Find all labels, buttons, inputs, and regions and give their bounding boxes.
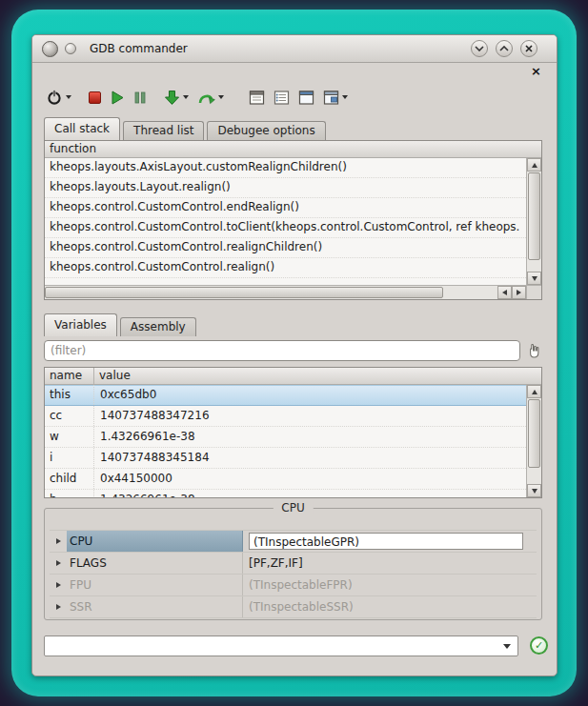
variable-name: this (45, 385, 94, 405)
notes-window-button[interactable] (249, 90, 265, 106)
scroll-handle[interactable] (528, 399, 540, 468)
scroll-handle[interactable] (45, 287, 443, 298)
list-window-button[interactable] (274, 90, 290, 106)
cpu-row[interactable]: SSR (TInspectableSSR) (50, 596, 537, 618)
filter-input[interactable] (44, 340, 520, 361)
variable-name: child (45, 469, 94, 489)
messages-dropdown-icon[interactable] (342, 95, 348, 99)
run-button[interactable] (110, 90, 125, 106)
variable-row-selected[interactable]: this 0xc65db0 (45, 385, 526, 406)
cpu-row-value: (TInspectableSSR) (243, 596, 537, 617)
scroll-up-button[interactable] (527, 158, 541, 171)
send-command-button[interactable]: ✓ (530, 636, 548, 655)
cpu-row-value: (TInspectableGPR) (243, 531, 537, 552)
cpu-row[interactable]: FLAGS [PF,ZF,IF] (50, 553, 537, 575)
step-into-icon (164, 90, 180, 106)
cpu-inspector: CPU (TInspectableGPR) FLAGS [PF,ZF,IF] F… (50, 530, 537, 618)
expander-icon[interactable] (50, 553, 67, 574)
dock-header: × (32, 63, 557, 80)
expander-icon[interactable] (50, 531, 67, 552)
window-add-icon (323, 90, 339, 106)
step-into-button[interactable] (164, 90, 180, 106)
expander-icon[interactable] (50, 575, 67, 595)
callstack-panel: function kheops.layouts.AxisLayout.custo… (44, 140, 542, 300)
maximize-button[interactable] (496, 40, 513, 57)
titlebar[interactable]: GDB commander (32, 35, 557, 63)
callstack-horizontal-scrollbar[interactable] (45, 285, 526, 299)
pause-icon (133, 91, 147, 105)
tab-variables[interactable]: Variables (44, 313, 117, 336)
variable-value: 140737488345184 (94, 448, 526, 468)
cpu-row-name: SSR (67, 596, 243, 617)
tab-thread-list[interactable]: Thread list (123, 121, 204, 140)
variables-filter-row (44, 340, 542, 362)
dock-close-icon[interactable]: × (531, 64, 541, 79)
arrow-down-icon (532, 489, 537, 494)
callstack-row[interactable]: kheops.control.CustomControl.endRealign(… (45, 198, 526, 218)
command-combobox[interactable] (44, 635, 518, 656)
tab-call-stack[interactable]: Call stack (44, 117, 120, 140)
tab-assembly[interactable]: Assembly (120, 317, 196, 336)
cpu-groupbox-title: CPU (273, 501, 313, 514)
minimize-button[interactable] (471, 40, 488, 57)
window-icon (298, 90, 314, 106)
callstack-vertical-scrollbar[interactable] (526, 158, 541, 285)
scroll-up-button[interactable] (527, 385, 541, 398)
messages-window-button[interactable] (323, 90, 339, 106)
cpu-value-editor[interactable]: (TInspectableGPR) (249, 533, 523, 550)
close-button[interactable] (520, 40, 537, 57)
window-menu-icon[interactable] (65, 43, 76, 54)
step-over-button[interactable] (197, 90, 215, 106)
scrollbar-corner (526, 285, 541, 299)
power-icon (46, 89, 63, 106)
step-over-dropdown-icon[interactable] (218, 95, 224, 99)
arrow-down-icon (532, 276, 537, 281)
callstack-row[interactable]: kheops.layouts.AxisLayout.customRealignC… (45, 158, 526, 178)
scroll-down-button[interactable] (527, 272, 541, 285)
tab-debugee-options[interactable]: Debugee options (207, 121, 325, 140)
variable-value: 0x44150000 (94, 469, 526, 489)
pause-button[interactable] (133, 91, 147, 105)
variable-row[interactable]: i 140737488345184 (45, 448, 526, 469)
arrow-right-icon (517, 290, 521, 295)
callstack-column-header[interactable]: function (45, 141, 541, 158)
cpu-row-name: FPU (67, 575, 243, 595)
stop-button[interactable] (89, 91, 101, 104)
filter-hand-icon[interactable] (525, 342, 542, 359)
variable-value: 140737488347216 (94, 406, 526, 426)
combo-dropdown-icon[interactable] (503, 644, 511, 649)
variable-row[interactable]: child 0x44150000 (45, 469, 526, 490)
step-into-dropdown-icon[interactable] (183, 95, 189, 99)
scroll-right-button[interactable] (512, 286, 526, 299)
scroll-left-button[interactable] (497, 286, 512, 299)
variables-panel: name value this 0xc65db0 cc 140737488347… (44, 367, 542, 498)
callstack-list: kheops.layouts.AxisLayout.customRealignC… (45, 158, 526, 285)
cpu-row-name: FLAGS (67, 553, 243, 574)
cpu-row-name: CPU (67, 531, 243, 552)
column-header-value[interactable]: value (94, 368, 541, 384)
debug-windows-button[interactable] (298, 90, 314, 106)
scroll-down-button[interactable] (527, 484, 541, 497)
cpu-row[interactable]: FPU (TInspectableFPR) (50, 575, 537, 596)
column-header-name[interactable]: name (45, 368, 94, 384)
chevron-up-icon (499, 46, 509, 51)
variable-row[interactable]: b 1.43266961e-38 (45, 490, 526, 497)
variables-vertical-scrollbar[interactable] (526, 385, 541, 497)
callstack-row[interactable]: kheops.control.CustomControl.toClient(kh… (45, 218, 526, 238)
variable-value: 1.43266961e-38 (94, 427, 526, 447)
power-button[interactable] (46, 89, 63, 106)
cpu-row-selected[interactable]: CPU (TInspectableGPR) (50, 531, 537, 553)
variable-value: 0xc65db0 (94, 385, 526, 405)
power-dropdown-icon[interactable] (66, 95, 71, 99)
cpu-row-value: [PF,ZF,IF] (243, 553, 537, 574)
variable-row[interactable]: cc 140737488347216 (45, 406, 526, 427)
scroll-handle[interactable] (528, 172, 540, 260)
expander-icon[interactable] (50, 596, 67, 617)
variable-row[interactable]: w 1.43266961e-38 (45, 427, 526, 448)
app-icon (42, 41, 58, 57)
callstack-row[interactable]: kheops.layouts.Layout.realign() (45, 178, 526, 198)
arrow-left-icon (502, 290, 507, 295)
callstack-row[interactable]: kheops.control.CustomControl.realignChil… (45, 238, 526, 258)
callstack-row[interactable]: kheops.control.CustomControl.realign() (45, 258, 526, 278)
cpu-row-value: (TInspectableFPR) (243, 575, 537, 595)
